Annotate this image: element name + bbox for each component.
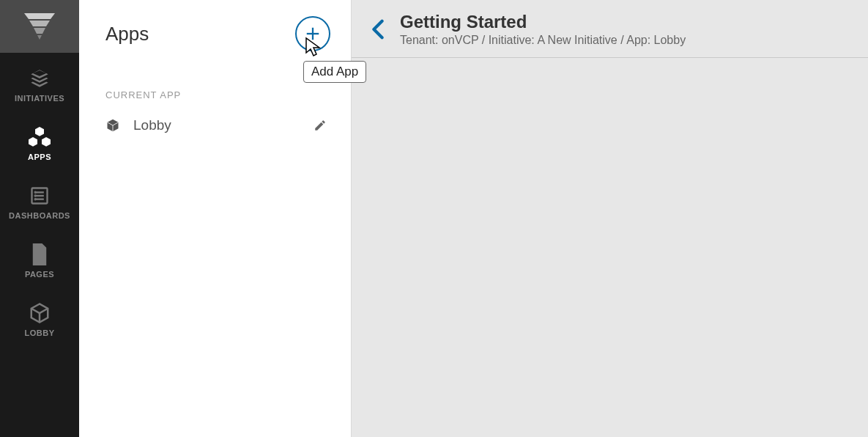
cube-outline-icon [29,301,51,326]
nav-item-initiatives[interactable]: INITIATIVES [0,53,79,111]
add-app-button[interactable] [295,16,330,51]
main-header: Getting Started Tenant: onVCP / Initiati… [352,0,868,58]
main-content: Getting Started Tenant: onVCP / Initiati… [352,0,868,437]
edit-app-button[interactable] [310,115,330,136]
nav-label: DASHBOARDS [9,211,70,220]
svg-marker-1 [29,21,50,26]
pencil-icon [314,119,327,132]
brand-logo[interactable] [0,0,79,53]
logo-icon [24,13,55,40]
nav-label: PAGES [25,270,54,279]
layers-icon [29,66,51,91]
cubes-icon [28,125,51,150]
breadcrumb: Tenant: onVCP / Initiative: A New Initia… [400,34,686,47]
tooltip-add-app: Add App [303,61,366,83]
nav-label: INITIATIVES [15,94,64,103]
nav-label: LOBBY [25,328,55,337]
back-button[interactable] [363,15,393,44]
list-box-icon [29,183,50,208]
svg-marker-0 [24,13,55,19]
svg-point-10 [35,199,36,199]
nav-item-dashboards[interactable]: DASHBOARDS [0,170,79,229]
svg-point-8 [35,192,36,193]
current-app-name: Lobby [133,117,310,133]
nav-item-lobby[interactable]: LOBBY [0,287,79,346]
svg-marker-3 [37,35,42,40]
plus-icon [305,26,321,42]
cube-icon [105,118,123,133]
nav-item-pages[interactable]: PAGES [0,229,79,287]
nav-label: APPS [28,153,51,161]
page-icon [31,242,48,267]
chevron-left-icon [371,19,385,40]
svg-marker-2 [34,28,45,34]
nav-item-apps[interactable]: APPS [0,111,79,170]
svg-point-9 [35,195,36,196]
current-app-row[interactable]: Lobby [79,108,351,143]
page-title: Getting Started [400,12,686,32]
panel-title: Apps [105,23,149,45]
left-nav: INITIATIVES APPS [0,0,79,437]
